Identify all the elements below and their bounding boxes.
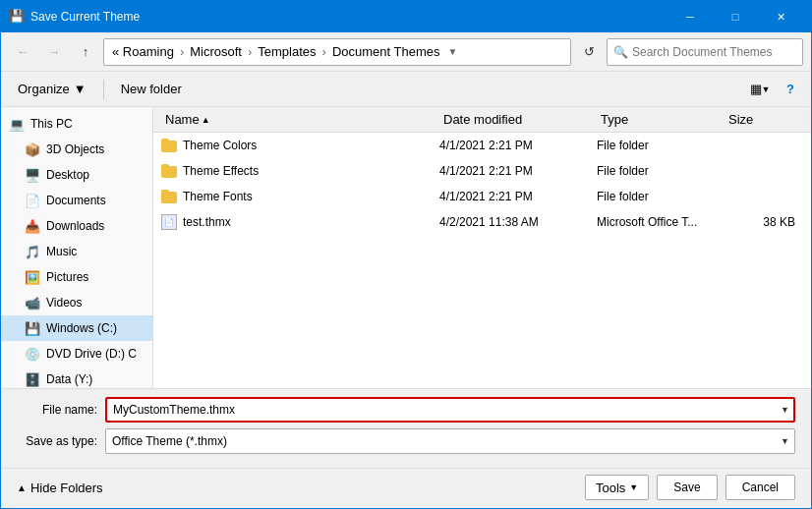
sidebar-item-windows-c[interactable]: 💾Windows (C:) xyxy=(1,315,152,341)
sidebar-item-pictures[interactable]: 🖼️Pictures xyxy=(1,264,152,290)
file-name-text: test.thmx xyxy=(183,215,231,229)
minimize-button[interactable]: ─ xyxy=(667,1,713,32)
file-list-header: Name ▲ Date modified Type Size xyxy=(153,107,811,133)
col-name-label: Name xyxy=(165,112,200,127)
sidebar-label-pictures: Pictures xyxy=(46,270,88,284)
sidebar-icon-documents: 📄 xyxy=(25,193,40,208)
file-name-text: Theme Fonts xyxy=(183,190,253,203)
filename-label: File name: xyxy=(17,403,105,417)
title-icon: 💾 xyxy=(9,9,25,25)
sidebar-label-music: Music xyxy=(46,245,77,258)
address-path[interactable]: « Roaming › Microsoft › Templates › Docu… xyxy=(103,38,571,66)
file-type: File folder xyxy=(597,190,725,203)
hide-folders-area[interactable]: ▲ Hide Folders xyxy=(17,481,103,495)
cancel-button[interactable]: Cancel xyxy=(725,475,795,500)
file-name-text: Theme Effects xyxy=(183,164,259,178)
bottom-section: File name: ▼ Save as type: Office Theme … xyxy=(1,388,811,468)
savetype-label: Save as type: xyxy=(17,434,105,448)
folder-icon xyxy=(161,139,177,152)
sidebar-label-documents: Documents xyxy=(46,194,106,207)
tools-button[interactable]: Tools ▼ xyxy=(585,475,649,500)
sidebar-item-data-y[interactable]: 🗄️Data (Y:) xyxy=(1,367,152,388)
sidebar-icon-windows-c: 💾 xyxy=(25,320,40,336)
sidebar-icon-music: 🎵 xyxy=(25,244,40,259)
sidebar-label-this-pc: This PC xyxy=(30,117,73,131)
forward-button[interactable]: → xyxy=(40,38,68,66)
back-button[interactable]: ← xyxy=(9,38,36,66)
file-icon: 📄 xyxy=(161,214,177,230)
sidebar-item-videos[interactable]: 📹Videos xyxy=(1,290,152,315)
sidebar-icon-videos: 📹 xyxy=(25,295,40,311)
organize-button[interactable]: Organize ▼ xyxy=(9,77,95,102)
close-button[interactable]: ✕ xyxy=(758,1,803,32)
help-icon: ? xyxy=(786,82,794,96)
action-buttons: Tools ▼ Save Cancel xyxy=(585,475,795,500)
col-header-name[interactable]: Name ▲ xyxy=(161,112,439,127)
file-type: File folder xyxy=(597,139,725,152)
search-input[interactable] xyxy=(632,45,796,59)
table-row[interactable]: Theme Colors4/1/2021 2:21 PMFile folder xyxy=(153,133,811,158)
sidebar-icon-pictures: 🖼️ xyxy=(25,269,40,285)
hide-folders-label: Hide Folders xyxy=(30,481,103,495)
folder-icon xyxy=(161,190,177,203)
up-button[interactable]: ↑ xyxy=(72,38,99,66)
path-part-1: « Roaming xyxy=(112,44,174,59)
file-rows-container: Theme Colors4/1/2021 2:21 PMFile folderT… xyxy=(153,133,811,235)
sidebar-icon-this-pc: 💻 xyxy=(9,116,25,132)
path-part-2: Microsoft xyxy=(190,44,242,59)
path-chevron-icon: ▼ xyxy=(447,46,457,57)
new-folder-label: New folder xyxy=(121,82,182,96)
file-list: Name ▲ Date modified Type Size Theme Col… xyxy=(153,107,811,388)
file-date: 4/1/2021 2:21 PM xyxy=(439,190,597,203)
sidebar-label-windows-c: Windows (C:) xyxy=(46,321,117,335)
path-sep-1: › xyxy=(180,44,184,59)
up-icon: ↑ xyxy=(83,44,89,59)
col-header-size[interactable]: Size xyxy=(725,112,803,127)
sidebar-label-data-y: Data (Y:) xyxy=(46,372,92,386)
view-button[interactable]: ▦ ▼ xyxy=(746,77,774,102)
sidebar-item-this-pc[interactable]: 💻This PC xyxy=(1,111,152,137)
help-button[interactable]: ? xyxy=(778,77,803,102)
file-date: 4/2/2021 11:38 AM xyxy=(439,215,597,229)
path-sep-3: › xyxy=(322,44,326,59)
filename-input-wrapper: ▼ xyxy=(105,397,795,423)
col-date-label: Date modified xyxy=(443,112,522,127)
table-row[interactable]: Theme Effects4/1/2021 2:21 PMFile folder xyxy=(153,158,811,184)
sidebar-label-dvd-drive: DVD Drive (D:) C xyxy=(46,347,137,361)
file-type: Microsoft Office T... xyxy=(597,215,725,229)
savetype-row: Save as type: Office Theme (*.thmx) xyxy=(17,428,795,454)
maximize-button[interactable]: □ xyxy=(713,1,758,32)
path-sep-2: › xyxy=(248,44,252,59)
refresh-button[interactable]: ↺ xyxy=(575,38,603,66)
col-size-label: Size xyxy=(728,112,753,127)
sidebar-item-dvd-drive[interactable]: 💿DVD Drive (D:) C xyxy=(1,341,152,367)
sidebar-item-music[interactable]: 🎵Music xyxy=(1,239,152,264)
sidebar-label-videos: Videos xyxy=(46,296,82,310)
sidebar-item-3d-objects[interactable]: 📦3D Objects xyxy=(1,137,152,162)
sort-arrow-icon: ▲ xyxy=(202,115,210,125)
sidebar: 💻This PC📦3D Objects🖥️Desktop📄Documents📥D… xyxy=(1,107,153,388)
savetype-select[interactable]: Office Theme (*.thmx) xyxy=(105,428,795,454)
tools-label: Tools xyxy=(596,481,625,495)
view-chevron-icon: ▼ xyxy=(762,85,771,94)
file-date: 4/1/2021 2:21 PM xyxy=(439,164,597,178)
tools-chevron-icon: ▼ xyxy=(629,482,638,492)
filename-chevron-icon: ▼ xyxy=(781,405,789,415)
sidebar-item-downloads[interactable]: 📥Downloads xyxy=(1,213,152,239)
file-size: 38 KB xyxy=(725,215,803,229)
col-header-type[interactable]: Type xyxy=(597,112,725,127)
search-box[interactable]: 🔍 xyxy=(607,38,803,66)
save-button[interactable]: Save xyxy=(657,475,717,500)
sidebar-item-desktop[interactable]: 🖥️Desktop xyxy=(1,162,152,188)
col-header-date[interactable]: Date modified xyxy=(439,112,597,127)
table-row[interactable]: Theme Fonts4/1/2021 2:21 PMFile folder xyxy=(153,184,811,209)
filename-input[interactable] xyxy=(105,397,795,423)
savetype-select-wrapper: Office Theme (*.thmx) xyxy=(105,428,795,454)
col-type-label: Type xyxy=(601,112,628,127)
sidebar-label-3d-objects: 3D Objects xyxy=(46,142,104,156)
table-row[interactable]: 📄test.thmx4/2/2021 11:38 AMMicrosoft Off… xyxy=(153,209,811,235)
sidebar-item-documents[interactable]: 📄Documents xyxy=(1,188,152,213)
sidebar-label-downloads: Downloads xyxy=(46,219,104,233)
new-folder-button[interactable]: New folder xyxy=(112,77,191,102)
title-text: Save Current Theme xyxy=(30,10,667,24)
